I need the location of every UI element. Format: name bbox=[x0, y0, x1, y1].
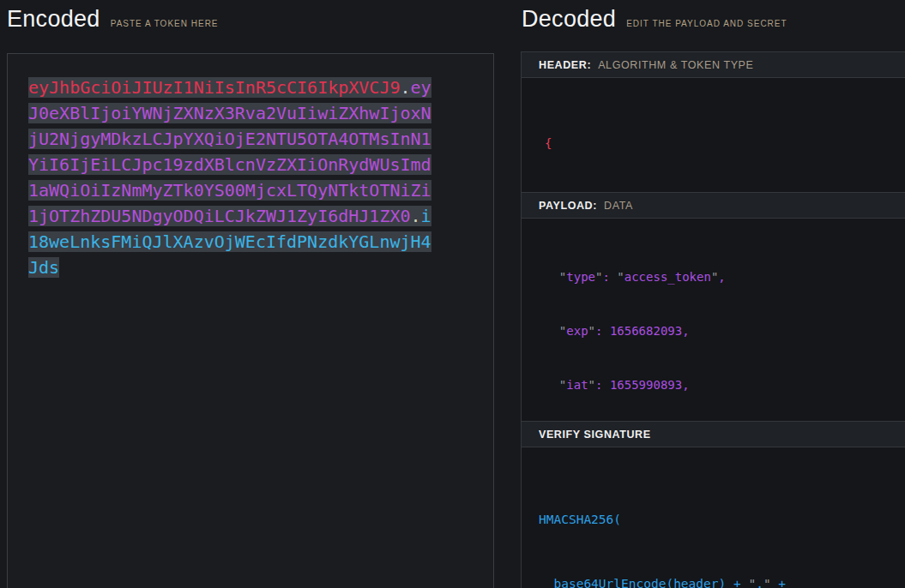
payload-section-sublabel: DATA bbox=[604, 200, 633, 212]
code-line: base64UrlEncode(header) + "." + bbox=[539, 573, 905, 588]
payload-json-editor[interactable]: "type": "access_token", "exp": 165668209… bbox=[522, 219, 905, 421]
header-section-label: HEADER: bbox=[539, 59, 591, 71]
verify-signature-bar: VERIFY SIGNATURE bbox=[522, 421, 905, 447]
token-header-segment: eyJhbGciOiJIUzI1NiIsInR5cCI6IkpXVCJ9 bbox=[28, 77, 400, 98]
header-section-sublabel: ALGORITHM & TOKEN TYPE bbox=[598, 59, 753, 71]
decoded-subtitle: EDIT THE PAYLOAD AND SECRET bbox=[626, 19, 787, 28]
header-json-editor[interactable]: { "alg": "HS256", "typ": "JWT" } bbox=[522, 78, 905, 192]
header-section-bar: HEADER: ALGORITHM & TOKEN TYPE bbox=[522, 51, 905, 78]
encoded-token-panel[interactable]: eyJhbGciOiJIUzI1NiIsInR5cCI6IkpXVCJ9.eyJ… bbox=[7, 53, 494, 588]
encoded-heading: Encoded PASTE A TOKEN HERE bbox=[7, 2, 219, 51]
verify-signature-area: HMACSHA256( base64UrlEncode(header) + ".… bbox=[522, 447, 905, 588]
encoded-title: Encoded bbox=[7, 2, 100, 36]
token-text: eyJhbGciOiJIUzI1NiIsInR5cCI6IkpXVCJ9.eyJ… bbox=[28, 77, 431, 278]
jwt-debugger: Encoded PASTE A TOKEN HERE eyJhbGciOiJIU… bbox=[0, 0, 905, 588]
token-payload-segment: eyJ0eXBlIjoiYWNjZXNzX3Rva2VuIiwiZXhwIjox… bbox=[28, 77, 431, 226]
encoded-subtitle: PASTE A TOKEN HERE bbox=[111, 19, 219, 28]
token-input[interactable]: eyJhbGciOiJIUzI1NiIsInR5cCI6IkpXVCJ9.eyJ… bbox=[28, 75, 435, 280]
code-line: "iat": 1655990893, bbox=[545, 376, 905, 394]
payload-section-label: PAYLOAD: bbox=[539, 200, 597, 212]
code-line: "exp": 1656682093, bbox=[545, 322, 905, 340]
verify-signature-label: VERIFY SIGNATURE bbox=[539, 429, 651, 441]
decoded-heading: Decoded EDIT THE PAYLOAD AND SECRET bbox=[522, 2, 787, 51]
code-line: "type": "access_token", bbox=[545, 268, 905, 286]
decoded-panel: HEADER: ALGORITHM & TOKEN TYPE { "alg": … bbox=[521, 51, 905, 588]
decoded-title: Decoded bbox=[522, 2, 616, 36]
payload-section-bar: PAYLOAD: DATA bbox=[522, 192, 905, 219]
code-line: HMACSHA256( bbox=[539, 509, 905, 531]
code-line: { bbox=[545, 135, 905, 153]
token-separator-dot: . bbox=[400, 77, 410, 98]
token-separator-dot: . bbox=[411, 206, 421, 226]
